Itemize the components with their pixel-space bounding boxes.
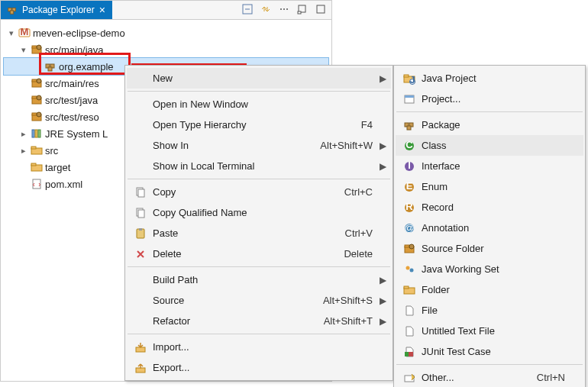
source-folder-icon xyxy=(31,44,43,56)
context-menu: New▶ Open in New Window Open Type Hierar… xyxy=(124,65,393,381)
view-toolbar xyxy=(241,3,327,15)
menu-interface[interactable]: Interface xyxy=(396,156,583,176)
menu-show-local-terminal[interactable]: Show in Local Terminal▶ xyxy=(127,156,391,176)
copy-icon xyxy=(134,186,147,198)
menu-junit[interactable]: JUnit Test Case xyxy=(396,341,583,362)
tree-label: src/test/java xyxy=(44,95,98,106)
menu-open-new-window[interactable]: Open in New Window xyxy=(127,94,391,114)
junit-icon xyxy=(403,346,415,358)
submenu-arrow-icon: ▶ xyxy=(380,73,386,84)
menu-delete[interactable]: DeleteDelete xyxy=(127,243,391,264)
menu-copy-qualified[interactable]: Copy Qualified Name xyxy=(127,202,391,223)
menu-java-project[interactable]: Java Project xyxy=(396,68,583,89)
import-icon xyxy=(134,341,147,353)
menu-project[interactable]: Project... xyxy=(396,89,583,109)
menu-show-in[interactable]: Show InAlt+Shift+W▶ xyxy=(127,135,391,156)
menu-working-set[interactable]: Java Working Set xyxy=(396,259,583,279)
menu-enum[interactable]: Enum xyxy=(396,176,583,197)
library-icon xyxy=(31,127,43,140)
menu-paste[interactable]: PasteCtrl+V xyxy=(127,223,391,243)
twisty-icon[interactable]: ▸ xyxy=(18,129,30,139)
working-set-icon xyxy=(403,263,415,276)
submenu-arrow-icon: ▶ xyxy=(380,316,386,327)
java-project-icon xyxy=(403,73,415,85)
enum-icon xyxy=(403,181,415,193)
menu-annotation[interactable]: Annotation xyxy=(396,218,583,238)
menu-source[interactable]: SourceAlt+Shift+S▶ xyxy=(127,290,391,311)
tree-label: org.example xyxy=(57,61,114,73)
shortcut: Delete xyxy=(307,248,373,260)
menu-separator xyxy=(128,179,390,179)
package-icon xyxy=(403,119,415,131)
export-icon xyxy=(134,362,147,374)
tree-label: JRE System L xyxy=(44,128,108,140)
shortcut: Ctrl+V xyxy=(307,227,373,239)
twisty-icon[interactable]: ▸ xyxy=(18,146,30,156)
tree-label: src/test/reso xyxy=(44,111,99,123)
tree-label: target xyxy=(44,162,70,173)
maximize-icon[interactable] xyxy=(315,3,327,15)
xml-file-icon xyxy=(31,178,43,190)
shortcut: Alt+Shift+W xyxy=(307,140,373,151)
submenu-arrow-icon: ▶ xyxy=(380,140,386,151)
folder-icon xyxy=(31,161,43,173)
menu-untitled-text[interactable]: Untitled Text File xyxy=(396,321,583,341)
copy-icon xyxy=(134,207,147,219)
submenu-arrow-icon: ▶ xyxy=(380,295,386,306)
menu-export[interactable]: Export... xyxy=(127,357,391,378)
menu-other[interactable]: Other...Ctrl+N xyxy=(396,367,583,387)
menu-import[interactable]: Import... xyxy=(127,337,391,357)
file-icon xyxy=(403,305,415,317)
menu-separator xyxy=(128,334,390,334)
menu-package[interactable]: Package xyxy=(396,114,583,135)
new-submenu: Java Project Project... Package Class In… xyxy=(393,65,586,387)
tree-label: src xyxy=(44,145,58,156)
maven-project-icon xyxy=(18,27,31,39)
tab-bar: Package Explorer × xyxy=(1,1,331,20)
source-folder-icon xyxy=(31,94,43,106)
twisty-icon[interactable]: ▾ xyxy=(18,45,30,55)
shortcut: F4 xyxy=(307,119,373,131)
minimize-icon[interactable] xyxy=(296,3,309,15)
twisty-icon[interactable]: ▾ xyxy=(5,28,18,38)
file-icon xyxy=(403,325,415,337)
paste-icon xyxy=(134,227,147,240)
submenu-arrow-icon: ▶ xyxy=(380,275,386,285)
menu-separator xyxy=(396,111,583,112)
shortcut: Ctrl+C xyxy=(307,186,373,198)
link-editor-icon[interactable] xyxy=(260,3,272,15)
menu-source-folder[interactable]: Source Folder xyxy=(396,238,583,259)
package-icon xyxy=(44,60,57,73)
tab-title: Package Explorer xyxy=(22,5,95,15)
menu-separator xyxy=(128,91,390,92)
menu-separator xyxy=(396,364,583,365)
menu-class[interactable]: Class xyxy=(396,135,583,156)
tree-project[interactable]: ▾meven-eclipse-demo xyxy=(4,24,328,41)
menu-folder[interactable]: Folder xyxy=(396,279,583,300)
menu-file[interactable]: File xyxy=(396,300,583,321)
package-explorer-icon xyxy=(7,5,18,15)
menu-record[interactable]: Record xyxy=(396,197,583,218)
class-icon xyxy=(403,140,415,152)
source-folder-icon xyxy=(403,243,415,255)
shortcut: Alt+Shift+S xyxy=(307,295,373,306)
tree-label: src/main/java xyxy=(44,44,104,56)
source-folder-icon xyxy=(31,77,43,89)
close-icon[interactable]: × xyxy=(99,4,105,16)
tree-label: pom.xml xyxy=(44,179,82,190)
menu-build-path[interactable]: Build Path▶ xyxy=(127,269,391,290)
tree-src-main-java[interactable]: ▾src/main/java xyxy=(4,41,328,58)
record-icon xyxy=(403,202,415,214)
tab-package-explorer[interactable]: Package Explorer × xyxy=(1,1,112,19)
collapse-all-icon[interactable] xyxy=(241,3,254,15)
shortcut: Ctrl+N xyxy=(499,372,565,383)
menu-refactor[interactable]: RefactorAlt+Shift+T▶ xyxy=(127,311,391,331)
folder-icon xyxy=(31,144,43,156)
menu-new[interactable]: New▶ xyxy=(127,68,391,89)
view-menu-icon[interactable] xyxy=(278,3,290,15)
menu-open-type-hierarchy[interactable]: Open Type HierarchyF4 xyxy=(127,114,391,135)
delete-icon xyxy=(134,248,147,260)
shortcut: Alt+Shift+T xyxy=(307,315,373,327)
project-icon xyxy=(403,93,415,105)
menu-copy[interactable]: CopyCtrl+C xyxy=(127,182,391,202)
